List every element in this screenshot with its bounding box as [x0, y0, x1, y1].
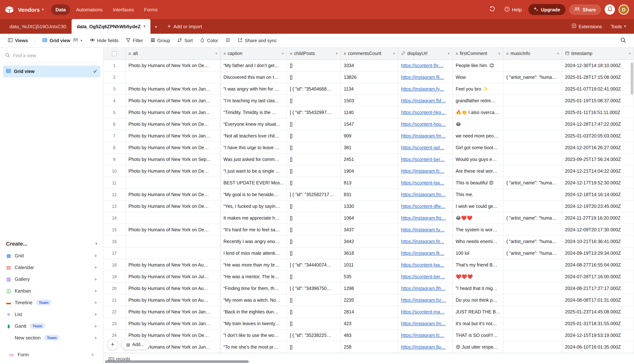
- select-all-checkbox[interactable]: [112, 51, 117, 56]
- cell-displayUrl[interactable]: https://instagram.fit…: [398, 236, 453, 247]
- cell-caption[interactable]: “I don’t like to use the wo…: [220, 330, 287, 341]
- column-header-musicInfo[interactable]: ≡ musicInfo ▾: [503, 48, 562, 60]
- cell-alt[interactable]: [126, 212, 220, 224]
- cell-timestamp[interactable]: 2024-08-21T17:27:17.000Z: [562, 282, 634, 294]
- cell-caption[interactable]: “I was angry with him for …: [220, 83, 287, 94]
- cell-firstComment[interactable]: THAT is SO cool!!!…: [453, 330, 503, 341]
- cell-commentsCount[interactable]: 909: [341, 130, 398, 142]
- cell-commentsCount[interactable]: 1547: [341, 118, 398, 130]
- cell-firstComment[interactable]: Are these real wor…: [453, 165, 503, 177]
- filter-button[interactable]: Filter: [123, 36, 146, 45]
- cell-childPosts[interactable]: []: [287, 95, 341, 106]
- cell-timestamp[interactable]: 2024-09-19T13:29:34.000Z: [562, 248, 634, 259]
- add-or-import-button[interactable]: + Add or import: [162, 19, 208, 34]
- cell-displayUrl[interactable]: https://instagram.ftg…: [398, 212, 453, 224]
- cell-firstComment[interactable]: This is beautiful 😍: [453, 177, 503, 188]
- cell-alt[interactable]: Photo by Humans of New York on De…: [126, 118, 220, 130]
- cell-timestamp[interactable]: 2025-01-07T19:02:41.000Z: [562, 83, 634, 94]
- cell-timestamp[interactable]: 2024-12-18T14:16:14.000Z: [562, 189, 634, 200]
- cell-musicInfo[interactable]: [503, 282, 562, 294]
- add-from-source-button[interactable]: ⊞ Add...: [121, 339, 149, 350]
- add-view-plus-icon[interactable]: +: [94, 334, 97, 341]
- cell-caption[interactable]: “Back in the eighties dun…: [220, 306, 287, 318]
- cell-timestamp[interactable]: 2024-06-10T16:01:35.000Z: [562, 341, 634, 353]
- extensions-button[interactable]: Extensions: [568, 21, 605, 32]
- cell-displayUrl[interactable]: https://scontent-ber…: [398, 271, 453, 282]
- cell-timestamp[interactable]: 2024-12-19T20:23:45.000Z: [562, 200, 634, 212]
- cell-commentsCount[interactable]: 1904: [341, 165, 398, 177]
- cell-childPosts[interactable]: []: [287, 212, 341, 224]
- cell-timestamp[interactable]: 2025-01-28T17:15:08.000Z: [562, 72, 634, 83]
- cell-commentsCount[interactable]: 2451: [341, 154, 398, 165]
- cell-firstComment[interactable]: grandfather retire…: [453, 95, 503, 106]
- cell-musicInfo[interactable]: [503, 318, 562, 329]
- cell-caption[interactable]: Recently I was angry eno…: [220, 236, 287, 247]
- vertical-scrollbar[interactable]: [631, 62, 633, 94]
- cell-firstComment[interactable]: People like him. 😊: [453, 60, 503, 71]
- cell-caption[interactable]: Discovered this man on t…: [220, 72, 287, 83]
- cell-timestamp[interactable]: 2024-12-17T19:52:30.000Z: [562, 177, 634, 188]
- column-header-firstComment[interactable]: ≡ firstComment ▾: [453, 48, 503, 60]
- cell-musicInfo[interactable]: [503, 83, 562, 94]
- select-all-header[interactable]: [104, 48, 126, 60]
- row-number-cell[interactable]: 15: [104, 224, 126, 235]
- column-header-commentsCount[interactable]: # commentsCount ▾: [341, 48, 398, 60]
- cell-alt[interactable]: Photo by Humans of New York on Jan…: [126, 306, 220, 318]
- cell-musicInfo[interactable]: [503, 341, 562, 353]
- cell-caption[interactable]: “Not all teachers love chil…: [220, 130, 287, 142]
- cell-displayUrl[interactable]: https://instagram.fbf…: [398, 95, 453, 106]
- cell-caption[interactable]: “Finding time for them, th…: [220, 282, 287, 294]
- cell-caption[interactable]: “I just want to be a single …: [220, 165, 287, 177]
- cell-commentsCount[interactable]: 1298: [341, 282, 398, 294]
- share-and-sync-button[interactable]: Share and sync: [235, 36, 280, 45]
- cell-caption[interactable]: It makes me appreciate h…: [220, 212, 287, 224]
- cell-caption[interactable]: “Timidity. Timidity is the …: [220, 107, 287, 118]
- cell-commentsCount[interactable]: 1064: [341, 212, 398, 224]
- cell-caption[interactable]: “My train leaves in twenty…: [220, 318, 287, 329]
- table-tab-inactive[interactable]: data_YeJXCj519OJntxC30: [5, 19, 72, 34]
- hide-fields-button[interactable]: Hide fields: [86, 36, 122, 46]
- cell-timestamp[interactable]: 2024-12-09T20:17:30.000Z: [562, 224, 634, 235]
- row-number-cell[interactable]: 16: [104, 236, 126, 247]
- cell-commentsCount[interactable]: 3442: [341, 236, 398, 247]
- cell-caption[interactable]: “It’s hard for me to feel sa…: [220, 224, 287, 235]
- views-toggle-button[interactable]: Views: [5, 36, 31, 45]
- row-number-cell[interactable]: 13: [104, 200, 126, 212]
- cell-caption[interactable]: “Everyone knew my situat…: [220, 118, 287, 130]
- cell-displayUrl[interactable]: https://instagram.fc…: [398, 165, 453, 177]
- column-menu-chevron-icon[interactable]: ▾: [282, 52, 284, 55]
- row-height-button[interactable]: [222, 36, 234, 45]
- column-menu-chevron-icon[interactable]: ▾: [498, 52, 500, 55]
- cell-childPosts[interactable]: [ { "id": "352582717…: [287, 189, 341, 200]
- add-row-button[interactable]: +: [107, 339, 118, 350]
- cell-timestamp[interactable]: 2024-11-27T19:16:20.000Z: [562, 212, 634, 224]
- create-view-item[interactable]: ▮ Gantt Team +: [3, 320, 100, 332]
- cell-alt[interactable]: Photo by Humans of New York on Jan…: [126, 107, 220, 118]
- cell-commentsCount[interactable]: 3437: [341, 224, 398, 235]
- table-menu-chevron-icon[interactable]: ▾: [144, 24, 145, 28]
- row-number-cell[interactable]: 14: [104, 212, 126, 224]
- cell-alt[interactable]: [126, 248, 220, 259]
- nav-tab-data[interactable]: Data: [51, 4, 70, 15]
- row-number-cell[interactable]: 22: [104, 306, 126, 318]
- cell-timestamp[interactable]: 2024-12-15T19:53:19.000Z: [562, 330, 634, 341]
- cell-commentsCount[interactable]: 813: [341, 177, 398, 188]
- cell-alt[interactable]: Photo by Humans of New York on Jan…: [126, 318, 220, 329]
- cell-timestamp[interactable]: 2024-07-28T17:16:00.000Z: [562, 271, 634, 282]
- cell-commentsCount[interactable]: 2814: [341, 306, 398, 318]
- column-menu-chevron-icon[interactable]: ▾: [393, 52, 395, 55]
- cell-musicInfo[interactable]: [503, 118, 562, 130]
- table-list-chevron-button[interactable]: ▾: [151, 19, 162, 34]
- column-header-childPosts[interactable]: ≡ childPosts ▾: [287, 48, 341, 60]
- cell-firstComment[interactable]: I wish we could ge…: [453, 200, 503, 212]
- upgrade-button[interactable]: Upgrade: [528, 4, 565, 15]
- find-view-input[interactable]: [13, 53, 98, 58]
- cell-alt[interactable]: Photo by Humans of New York on Au…: [126, 282, 220, 294]
- nav-tab-interfaces[interactable]: Interfaces: [108, 4, 138, 15]
- grid-view-menu-button[interactable]: Grid view ▾: [39, 36, 86, 45]
- search-button[interactable]: [617, 35, 629, 46]
- cell-childPosts[interactable]: []: [287, 154, 341, 165]
- workspace-menu-button[interactable]: Vendors ▾: [18, 6, 44, 13]
- history-button[interactable]: [487, 4, 498, 15]
- cell-displayUrl[interactable]: https://scontent-iad…: [398, 142, 453, 153]
